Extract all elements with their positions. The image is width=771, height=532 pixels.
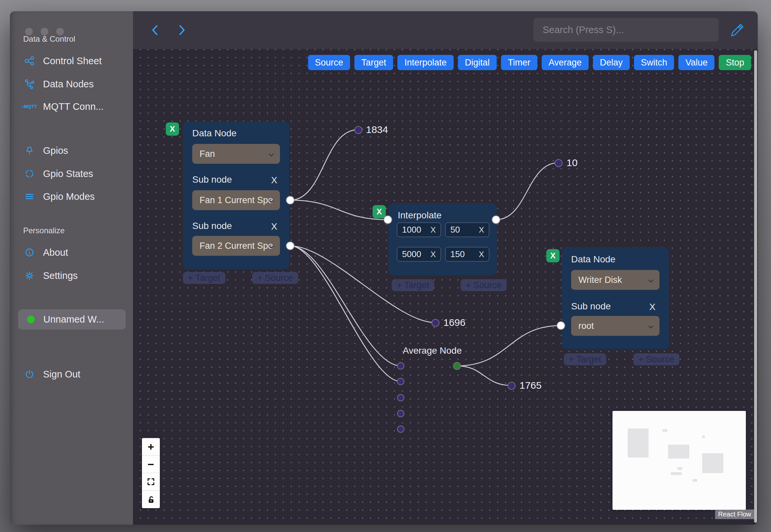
data-node-fan[interactable]: Data Node Fan Sub node X Fan 1 Current S… — [183, 121, 289, 269]
input-value: 1000 — [402, 225, 421, 235]
sidebar-item-settings[interactable]: Settings — [23, 269, 78, 282]
workspace-label: Unnamed W... — [43, 314, 104, 325]
sidebar-item-sign-out[interactable]: Sign Out — [23, 368, 80, 380]
toolbar-button-timer[interactable]: Timer — [501, 55, 537, 70]
minimap-node — [662, 429, 667, 432]
clear-input-button[interactable]: X — [479, 250, 484, 259]
value-endpoint-handle[interactable] — [555, 159, 563, 167]
power-icon — [23, 368, 36, 380]
chevron-down-icon — [648, 321, 654, 331]
edit-pencil-icon[interactable] — [728, 21, 745, 38]
zoom-out-button[interactable]: − — [142, 456, 160, 473]
edge — [457, 326, 561, 366]
node-type-select[interactable]: Fan — [192, 144, 280, 164]
node-type-select[interactable]: Writer Disk — [571, 270, 659, 290]
search-input[interactable] — [533, 18, 719, 42]
sidebar-item-data-nodes[interactable]: Data Nodes — [23, 78, 94, 90]
molecule-icon — [23, 78, 36, 90]
minimap-node — [668, 445, 689, 459]
target-handle[interactable] — [397, 378, 404, 385]
fit-view-button[interactable] — [142, 473, 160, 491]
input-value: 5000 — [402, 249, 421, 259]
sidebar-item-label: MQTT Conn... — [43, 101, 104, 112]
target-handle[interactable] — [397, 362, 404, 370]
back-button[interactable] — [149, 23, 161, 37]
sub-node-select[interactable]: root — [571, 316, 659, 336]
toolbar-button-interpolate[interactable]: Interpolate — [397, 55, 454, 70]
value-endpoint-handle[interactable] — [431, 319, 439, 327]
sub-node-select[interactable]: Fan 1 Current Spe — [192, 190, 280, 210]
minimap[interactable] — [612, 411, 746, 510]
interpolate-input[interactable]: 50 X — [445, 222, 489, 237]
interpolate-input[interactable]: 5000 X — [397, 247, 441, 262]
target-handle[interactable] — [397, 425, 404, 433]
sidebar-item-label: About — [43, 247, 68, 258]
remove-sub-node-button[interactable]: X — [649, 302, 656, 312]
toolbar-button-value[interactable]: Value — [678, 55, 714, 70]
node-toolbar: Source Target Interpolate Digital Timer … — [308, 55, 751, 70]
sidebar: Data & Control Control Sheet Data Nodes … — [10, 11, 133, 525]
delete-node-button[interactable]: X — [166, 122, 179, 136]
toolbar-button-target[interactable]: Target — [354, 55, 393, 70]
toolbar-button-stop[interactable]: Stop — [719, 55, 751, 70]
remove-sub-node-button[interactable]: X — [271, 175, 277, 186]
sidebar-item-mqtt-conn[interactable]: MQTT MQTT Conn... — [23, 100, 104, 113]
interpolate-input[interactable]: 150 X — [445, 247, 489, 262]
delete-node-button[interactable]: X — [373, 205, 386, 218]
delete-node-button[interactable]: X — [546, 249, 560, 262]
target-handle[interactable] — [557, 321, 565, 330]
add-target-button[interactable]: + Target — [564, 353, 606, 365]
sidebar-item-about[interactable]: About — [23, 246, 68, 259]
target-handle[interactable] — [384, 215, 392, 224]
source-handle[interactable] — [492, 215, 500, 224]
toolbar-button-delay[interactable]: Delay — [593, 55, 630, 70]
section-header-personalize: Personalize — [23, 226, 65, 235]
sidebar-item-label: Settings — [43, 270, 78, 281]
source-handle[interactable] — [453, 362, 461, 370]
chevron-down-icon — [269, 195, 274, 205]
sidebar-item-gpios[interactable]: Gpios — [23, 144, 68, 157]
zoom-in-button[interactable]: + — [142, 438, 160, 456]
add-source-button[interactable]: + Source — [461, 279, 507, 291]
clear-input-button[interactable]: X — [479, 225, 484, 235]
add-source-button[interactable]: + Source — [633, 353, 679, 365]
toolbar-button-source[interactable]: Source — [308, 55, 350, 70]
node-title: Data Node — [571, 254, 615, 265]
vertical-scrollbar[interactable] — [754, 50, 757, 523]
data-node-writer-disk[interactable]: Data Node Writer Disk Sub node X root — [562, 247, 669, 349]
toolbar-button-average[interactable]: Average — [542, 55, 589, 70]
interpolate-input[interactable]: 1000 X — [397, 222, 441, 237]
select-value: Writer Disk — [578, 275, 622, 285]
sidebar-item-label: Data Nodes — [43, 79, 94, 90]
toolbar-button-switch[interactable]: Switch — [634, 55, 674, 70]
clear-input-button[interactable]: X — [431, 225, 436, 235]
add-target-button[interactable]: + Target — [183, 272, 225, 284]
minimap-node — [628, 428, 649, 458]
add-target-button[interactable]: + Target — [392, 279, 434, 291]
target-handle[interactable] — [397, 394, 404, 401]
interpolate-node[interactable]: Interpolate 1000 X 50 X 5000 X 150 X — [388, 203, 497, 275]
sidebar-item-workspace-selected[interactable]: Unnamed W... — [18, 309, 126, 330]
remove-sub-node-button[interactable]: X — [271, 221, 277, 232]
flow-canvas[interactable]: Source Target Interpolate Digital Timer … — [133, 49, 758, 525]
sidebar-item-gpio-states[interactable]: Gpio States — [23, 167, 93, 180]
minimap-node — [671, 472, 682, 475]
target-handle[interactable] — [397, 410, 404, 417]
sidebar-item-gpio-modes[interactable]: Gpio Modes — [23, 190, 95, 203]
edge — [290, 246, 401, 381]
value-endpoint-handle[interactable] — [354, 126, 362, 134]
react-flow-attribution[interactable]: React Flow — [715, 510, 754, 519]
clear-input-button[interactable]: X — [431, 250, 436, 259]
lock-button[interactable] — [142, 491, 160, 508]
sidebar-item-control-sheet[interactable]: Control Sheet — [23, 55, 102, 67]
input-value: 150 — [450, 249, 465, 259]
forward-button[interactable] — [175, 23, 188, 37]
toolbar-button-digital[interactable]: Digital — [458, 55, 497, 70]
value-endpoint-handle[interactable] — [508, 382, 516, 390]
sub-node-label: Sub node — [571, 301, 611, 312]
chevron-down-icon — [648, 275, 654, 285]
add-source-button[interactable]: + Source — [252, 272, 298, 284]
source-handle[interactable] — [286, 196, 295, 204]
sub-node-select[interactable]: Fan 2 Current Spe — [192, 236, 280, 256]
source-handle[interactable] — [286, 242, 295, 250]
